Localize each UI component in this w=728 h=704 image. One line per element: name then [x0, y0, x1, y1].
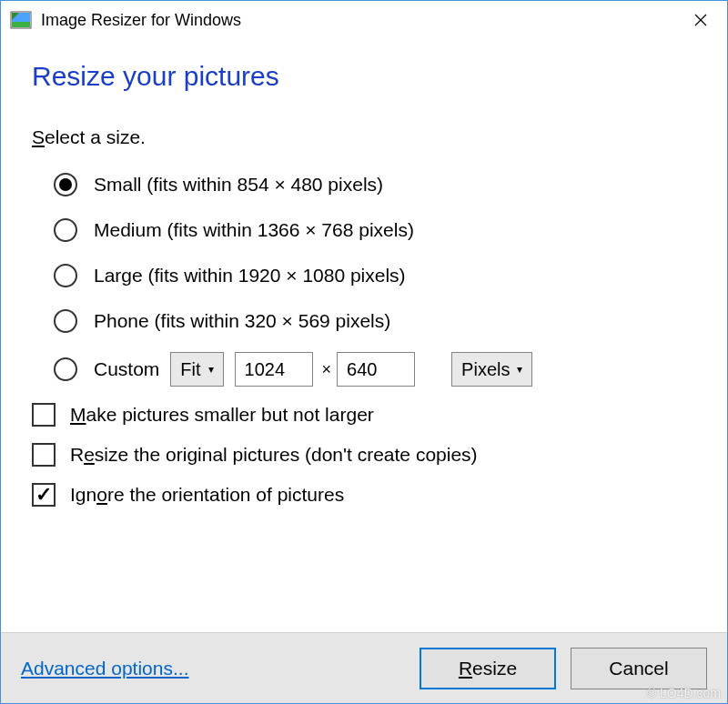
radio-label-custom: Custom	[94, 358, 159, 380]
check-label-resize-original: Resize the original pictures (don't crea…	[70, 444, 478, 466]
radio-label-small: Small (fits within 854 × 480 pixels)	[94, 174, 383, 196]
radio-label-medium: Medium (fits within 1366 × 768 pixels)	[94, 219, 414, 241]
times-symbol: ×	[322, 360, 332, 379]
check-row-resize-original[interactable]: Resize the original pictures (don't crea…	[32, 443, 696, 467]
resize-button[interactable]: Resize	[420, 648, 556, 689]
radio-row-large[interactable]: Large (fits within 1920 × 1080 pixels)	[54, 261, 696, 290]
radio-custom[interactable]	[54, 357, 77, 381]
radio-small[interactable]	[54, 173, 77, 196]
checkbox-smaller[interactable]	[32, 403, 56, 427]
footer: Advanced options... Resize Cancel	[1, 632, 727, 703]
radio-row-custom: Custom Fit ▾ 1024 × 640 Pixels ▾	[54, 352, 696, 387]
check-label-smaller: Make pictures smaller but not larger	[70, 404, 374, 426]
check-row-smaller[interactable]: Make pictures smaller but not larger	[32, 403, 696, 427]
page-heading: Resize your pictures	[32, 61, 696, 92]
advanced-options-link[interactable]: Advanced options...	[21, 658, 188, 679]
svg-rect-2	[12, 22, 30, 27]
checkbox-resize-original[interactable]	[32, 443, 56, 467]
radio-row-phone[interactable]: Phone (fits within 320 × 569 pixels)	[54, 307, 696, 336]
radio-large[interactable]	[54, 264, 77, 287]
check-label-ignore-orientation: Ignore the orientation of pictures	[70, 484, 344, 506]
cancel-button[interactable]: Cancel	[571, 648, 707, 689]
dialog-window: Image Resizer for Windows Resize your pi…	[0, 0, 728, 704]
titlebar: Image Resizer for Windows	[1, 1, 727, 39]
width-input[interactable]: 1024	[235, 352, 313, 387]
checkbox-ignore-orientation[interactable]	[32, 483, 56, 507]
height-input[interactable]: 640	[337, 352, 415, 387]
fit-mode-dropdown[interactable]: Fit ▾	[170, 352, 223, 387]
chevron-down-icon: ▾	[517, 363, 522, 376]
radio-label-phone: Phone (fits within 320 × 569 pixels)	[94, 310, 390, 332]
unit-dropdown[interactable]: Pixels ▾	[451, 352, 532, 387]
close-icon	[694, 14, 707, 26]
size-radio-group: Small (fits within 854 × 480 pixels) Med…	[54, 170, 696, 387]
radio-label-large: Large (fits within 1920 × 1080 pixels)	[94, 265, 406, 287]
radio-row-small[interactable]: Small (fits within 854 × 480 pixels)	[54, 170, 696, 199]
radio-phone[interactable]	[54, 309, 77, 333]
content-area: Resize your pictures Select a size. Smal…	[1, 39, 727, 632]
window-title: Image Resizer for Windows	[41, 11, 241, 30]
chevron-down-icon: ▾	[208, 363, 214, 376]
fit-mode-value: Fit	[180, 359, 200, 380]
close-button[interactable]	[680, 5, 722, 35]
check-row-ignore-orientation[interactable]: Ignore the orientation of pictures	[32, 483, 696, 507]
select-size-label: Select a size.	[32, 126, 696, 148]
unit-value: Pixels	[461, 359, 510, 380]
app-icon	[10, 9, 32, 31]
radio-row-medium[interactable]: Medium (fits within 1366 × 768 pixels)	[54, 216, 696, 245]
radio-medium[interactable]	[54, 218, 77, 242]
